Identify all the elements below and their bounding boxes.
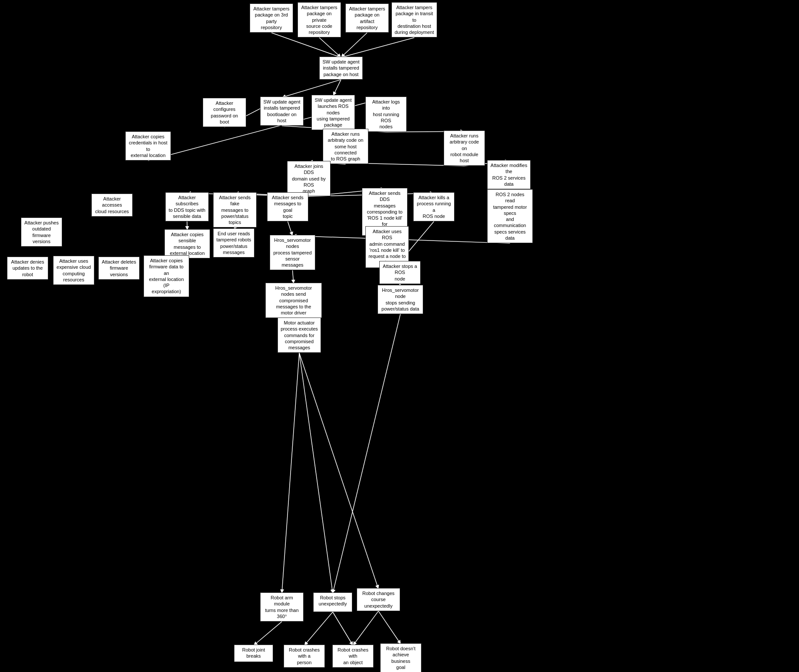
node-n5: SW update agent installs tampered packag… xyxy=(319,57,363,80)
svg-line-37 xyxy=(304,612,333,645)
node-n22: Attacker pushes outdated firmware versio… xyxy=(21,217,62,247)
node-n30: Attacker copies firmware data to an exte… xyxy=(144,255,189,297)
node-n4: Attacker tampers package in transit to d… xyxy=(391,2,437,37)
node-n9: Attacker logs into host running ROS node… xyxy=(365,97,407,132)
node-n10: Attacker copies credentials in host to e… xyxy=(125,131,171,160)
svg-line-3 xyxy=(341,33,367,57)
node-n39: Robot crashes with a person xyxy=(284,645,325,668)
diagram-canvas: Attacker tampers package on 3rd party re… xyxy=(0,0,799,672)
node-n3: Attacker tampers package on artifact rep… xyxy=(345,3,389,33)
node-n38: Robot joint breaks xyxy=(234,645,273,662)
svg-line-38 xyxy=(333,612,353,645)
svg-line-28 xyxy=(293,270,294,284)
svg-line-40 xyxy=(378,611,401,644)
node-n6: Attacker configures password on boot xyxy=(203,98,246,127)
node-n27: Attacker denies updates to the robot xyxy=(7,257,48,280)
node-n2: Attacker tampers package on private sour… xyxy=(298,2,341,37)
node-n14: Attacker modifies the ROS 2 services dat… xyxy=(487,160,531,189)
node-n18: Attacker sends messages to goal topic xyxy=(267,192,308,221)
node-n34: Motor actuator process executes commands… xyxy=(277,318,321,353)
node-n33: Hros_servomotor node stops sending power… xyxy=(378,285,423,314)
node-n37: Robot changes course unexpectedly xyxy=(357,588,400,611)
node-n17: Attacker sends fake messages to power/st… xyxy=(213,192,257,227)
svg-line-34 xyxy=(299,353,378,589)
svg-line-4 xyxy=(341,37,415,57)
node-n8: SW update agent launches ROS nodes using… xyxy=(311,95,355,130)
node-n36: Robot stops unexpectedly xyxy=(313,592,352,612)
node-n12: Attacker runs arbitrary code on robot mo… xyxy=(444,130,485,166)
svg-line-33 xyxy=(299,353,333,593)
node-n40: Robot crashes with an object xyxy=(332,645,374,668)
node-n16: Attacker subscribes to DDS topic with se… xyxy=(165,192,209,221)
node-n29: Attacker deletes firmware versions xyxy=(98,257,140,280)
node-n28: Attacker uses expensive cloud computing … xyxy=(53,256,94,285)
node-n21: ROS 2 nodes read tampered motor specs an… xyxy=(487,189,533,243)
svg-line-39 xyxy=(353,611,379,645)
svg-line-36 xyxy=(254,622,282,645)
node-n41: Robot doesn't achieve business goal xyxy=(380,643,421,672)
node-n15: Attacker accesses cloud resources xyxy=(91,194,133,217)
node-n11: Attacker runs arbitraty code on some hos… xyxy=(323,129,368,164)
node-n24: Attacker copies sensible messages to ext… xyxy=(164,229,210,258)
node-n35: Robot arm module turns more than 360° xyxy=(260,592,304,622)
node-n13: Attacker joins DDS domain used by ROS gr… xyxy=(287,161,331,196)
svg-line-24 xyxy=(288,221,293,236)
node-n23: End user reads tampered robots power/sta… xyxy=(213,228,254,257)
node-n1: Attacker tampers package on 3rd party re… xyxy=(250,3,293,33)
svg-line-35 xyxy=(333,314,401,593)
svg-line-32 xyxy=(282,353,299,593)
node-n32: Hros_servomotor nodes send compromised m… xyxy=(265,283,322,318)
node-n7: SW update agent installs tampered bootlo… xyxy=(260,97,304,126)
node-n20: Attacker kills a process running a ROS n… xyxy=(413,192,455,221)
svg-line-6 xyxy=(333,80,341,96)
node-n31: Attacker stops a ROS node xyxy=(379,261,421,284)
svg-line-2 xyxy=(319,37,341,57)
node-n25: Hros_servomotor nodes process tampered s… xyxy=(270,235,315,270)
